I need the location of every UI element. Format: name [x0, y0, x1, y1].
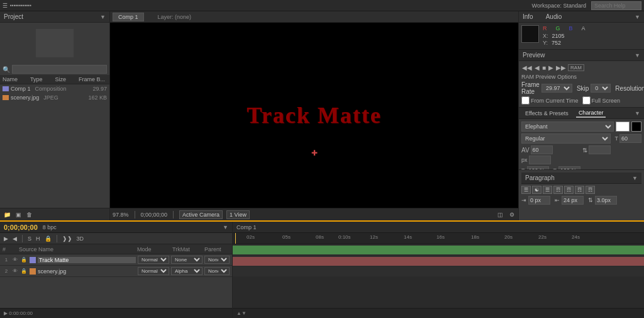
track-matte-display-text: Track Matte — [247, 102, 381, 128]
layer-1-mode-select[interactable]: Normal — [138, 256, 169, 264]
space-before-input[interactable] — [595, 196, 617, 205]
tl-motion-blur-btn[interactable]: ❱❱ — [61, 235, 74, 242]
tl-hide-btn[interactable]: H — [35, 235, 42, 242]
justify-left-btn[interactable]: ☶ — [553, 186, 563, 194]
layer-1-eye-btn[interactable]: 👁 — [12, 257, 18, 263]
viewer-controls: 97.8% 0;00;00;00 Active Camera 1 View ◫ … — [110, 208, 518, 220]
layer-1-lock-btn[interactable]: 🔒 — [20, 257, 28, 263]
viewer-settings-btn[interactable]: ⚙ — [508, 212, 516, 218]
justify-center-btn[interactable]: ☶ — [564, 186, 574, 194]
character-tab[interactable]: Character — [576, 109, 606, 118]
prev-back-btn[interactable]: ◀ — [534, 64, 540, 72]
layer-2-mode-select[interactable]: Normal — [138, 267, 169, 275]
full-screen-label: Full Screen — [592, 98, 621, 104]
font-size-input[interactable] — [619, 134, 641, 143]
viewer-views-btn[interactable]: 1 View — [226, 210, 250, 219]
timeline-panel-header: Comp 1 — [233, 222, 644, 233]
layer-1-parent-select[interactable]: None — [204, 256, 230, 264]
skip-select[interactable]: 0 — [591, 84, 611, 93]
layer-row-1[interactable]: 1 👁 🔒 Track Matte Normal None None — [0, 254, 232, 266]
project-title: Project — [4, 13, 23, 20]
project-search-bar: 🔍 — [0, 64, 109, 75]
from-current-cb[interactable] — [521, 96, 530, 105]
layer-2-eye-btn[interactable]: 👁 — [12, 268, 18, 274]
viewer-timecode[interactable]: 0;00;00;00 — [141, 212, 168, 218]
viewer-grid-btn[interactable]: ◫ — [496, 212, 504, 218]
tracking-input[interactable] — [531, 145, 553, 154]
file-item-comp[interactable]: Comp 1 Composition 29.97 — [0, 84, 109, 93]
menu-icon[interactable]: ☰ — [3, 3, 8, 9]
timeline-menu-btn[interactable]: ▼ — [223, 224, 228, 230]
ruler-18s: 18s — [471, 234, 479, 240]
workspace-value[interactable]: Standard — [563, 3, 586, 9]
track-bar-1[interactable] — [233, 244, 644, 256]
ruler-16s: 16s — [436, 234, 445, 240]
viewer-camera-btn[interactable]: Active Camera — [179, 210, 223, 219]
prev-stop-btn[interactable]: ■ — [541, 64, 547, 72]
composition-viewer[interactable]: Track Matte ✚ — [110, 23, 518, 208]
track-bar-2[interactable] — [233, 256, 644, 267]
align-center-btn[interactable]: ☯ — [532, 186, 541, 194]
layer-2-parent-select[interactable]: None — [204, 267, 230, 275]
align-left-btn[interactable]: ☰ — [521, 186, 531, 194]
timeline-bpc: 8 bpc — [43, 224, 57, 230]
g-label: G — [556, 25, 560, 31]
tl-play-btn[interactable]: ▶ — [3, 235, 9, 242]
viewer-zoom[interactable]: 97.8% — [113, 212, 129, 218]
img-size: 162 KB — [88, 94, 107, 101]
frame-rate-select[interactable]: 29.97 — [541, 84, 572, 93]
effects-presets-tab[interactable]: Effects & Presets — [523, 110, 571, 117]
timeline-timecode[interactable]: 0;00;00;00 — [4, 224, 38, 231]
project-search-input[interactable] — [12, 65, 107, 74]
tl-lock-btn[interactable]: 🔒 — [43, 235, 53, 242]
timeline-ruler[interactable]: 02s 05s 08s 0:10s 12s 14s 16s 18s 20s 22… — [233, 233, 644, 244]
layer-1-trkmat-select[interactable]: None — [171, 256, 203, 264]
timeline-playhead[interactable] — [235, 233, 236, 244]
font-style-select[interactable]: Regular — [521, 133, 611, 144]
search-help-input[interactable] — [591, 1, 641, 10]
preview-menu-btn[interactable]: ▼ — [635, 52, 640, 59]
indent-right-input[interactable] — [562, 196, 584, 205]
full-screen-cb[interactable] — [582, 96, 591, 105]
layer-2-lock-btn[interactable]: 🔒 — [20, 268, 28, 274]
prev-play-btn[interactable]: ▶ — [548, 64, 554, 72]
comp-framerate: 29.97 — [92, 86, 107, 92]
new-folder-btn[interactable]: 📁 — [3, 212, 12, 218]
paragraph-menu-btn[interactable]: ▼ — [632, 175, 638, 181]
font-color-swatch[interactable] — [616, 122, 630, 132]
delete-btn[interactable]: 🗑 — [25, 212, 33, 218]
indent-left-input[interactable] — [528, 196, 550, 205]
file-item-scenery[interactable]: scenery.jpg JPEG 162 KB — [0, 93, 109, 102]
leading-input[interactable] — [589, 145, 611, 154]
skip-label: Skip — [577, 85, 589, 92]
tl-back-btn[interactable]: ◀ — [11, 235, 18, 242]
tl-solo-btn[interactable]: S — [26, 235, 33, 242]
prev-ram-btn[interactable]: RAM — [568, 64, 584, 71]
leading-icon: ⇅ — [582, 147, 587, 154]
ruler-22s: 22s — [538, 234, 547, 240]
font-name-select[interactable]: Elephant — [521, 122, 614, 132]
comp-tab-comp1[interactable]: Comp 1 — [113, 13, 144, 21]
font-color-swatch-black[interactable] — [631, 122, 641, 132]
col-type: Type — [30, 76, 43, 82]
kerning-input[interactable] — [529, 156, 551, 164]
layer-2-trkmat-select[interactable]: Alpha — [171, 267, 203, 275]
justify-all-btn[interactable]: ☶ — [586, 186, 595, 194]
prev-forward-btn[interactable]: ▶▶ — [555, 64, 567, 72]
project-menu-btn[interactable]: ▼ — [100, 14, 106, 20]
right-panel: Info Audio ▼ R G B A X: 2105 — [518, 11, 644, 220]
center-area: Comp 1 Layer: (none) Track Matte ✚ 97.8%… — [110, 11, 518, 220]
paragraph-title: Paragraph — [525, 174, 555, 181]
timeline-right-info: ▲▼ — [236, 310, 247, 316]
ruler-24s: 24s — [572, 234, 580, 240]
justify-right-btn[interactable]: ☶ — [575, 186, 584, 194]
layer-row-2[interactable]: 2 👁 🔒 scenery.jpg Normal Alpha None — [0, 266, 232, 277]
info-menu-btn[interactable]: ▼ — [635, 14, 640, 20]
new-comp-btn[interactable]: ▣ — [14, 212, 23, 218]
track-fill-2 — [233, 257, 644, 266]
prev-first-btn[interactable]: ◀◀ — [521, 64, 533, 72]
img-name: scenery.jpg — [11, 94, 39, 101]
effects-menu-btn[interactable]: ▼ — [635, 110, 640, 116]
tl-3d-btn[interactable]: 3D — [75, 235, 86, 242]
align-right-btn[interactable]: ☰ — [543, 186, 552, 194]
